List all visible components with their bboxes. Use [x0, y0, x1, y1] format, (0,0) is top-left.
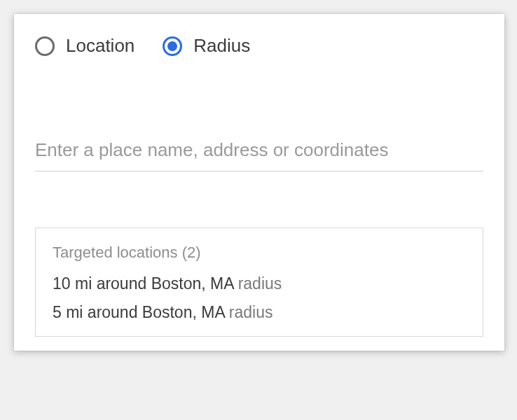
targeting-type-radio-group: Location Radius — [35, 35, 483, 57]
location-targeting-panel: Location Radius Targeted locations (2) 1… — [14, 14, 504, 351]
radio-label-location: Location — [66, 35, 135, 57]
radio-unselected-icon — [35, 36, 55, 56]
targeted-locations-box: Targeted locations (2) 10 mi around Bost… — [35, 227, 483, 337]
radio-option-location[interactable]: Location — [35, 35, 135, 57]
radio-label-radius: Radius — [193, 35, 250, 57]
radio-selected-icon — [163, 36, 182, 56]
list-item[interactable]: 10 mi around Boston, MA radius — [53, 274, 466, 293]
location-suffix-text: radius — [224, 303, 273, 321]
place-search-input[interactable] — [35, 134, 483, 172]
location-main-text: 10 mi around Boston, MA — [53, 274, 233, 293]
location-main-text: 5 mi around Boston, MA — [53, 303, 224, 321]
list-item[interactable]: 5 mi around Boston, MA radius — [53, 303, 466, 322]
location-suffix-text: radius — [233, 274, 282, 293]
radio-dot-icon — [167, 41, 177, 51]
radio-option-radius[interactable]: Radius — [163, 35, 250, 57]
targeted-locations-header: Targeted locations (2) — [53, 244, 466, 262]
